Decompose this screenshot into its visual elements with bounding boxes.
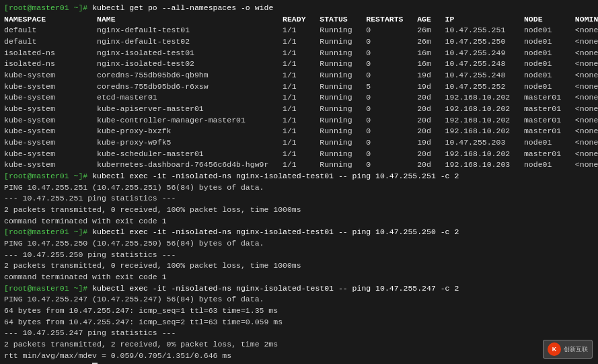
terminal-line: kube-system kube-apiserver-master01 1/1 … — [4, 104, 594, 115]
terminal-line: --- 10.47.255.251 ping statistics --- — [4, 193, 594, 205]
terminal-line: kube-system kube-scheduler-master01 1/1 … — [4, 149, 594, 160]
terminal-line: kube-system kubernetes-dashboard-76456c6… — [4, 159, 594, 171]
terminal-line: kube-system etcd-master01 1/1 Running 0 … — [4, 92, 594, 104]
terminal-content: [root@master01 ~]# kubectl get po --all-… — [4, 3, 594, 364]
terminal-window: [root@master01 ~]# kubectl get po --all-… — [0, 0, 598, 364]
terminal-line: [root@master01 ~]# kubectl exec -it -nis… — [4, 227, 594, 238]
terminal-line: --- 10.47.255.250 ping statistics --- — [4, 250, 594, 261]
terminal-line: PING 10.47.255.250 (10.47.255.250) 56(84… — [4, 238, 594, 250]
terminal-line: default nginx-default-test01 1/1 Running… — [4, 25, 594, 36]
terminal-line: --- 10.47.255.247 ping statistics --- — [4, 328, 594, 339]
terminal-line: 64 bytes from 10.47.255.247: icmp_seq=1 … — [4, 305, 594, 317]
terminal-line: kube-system coredns-755db95bd6-r6xsw 1/1… — [4, 81, 594, 93]
terminal-line: kube-system kube-proxy-w9fk5 1/1 Running… — [4, 137, 594, 149]
terminal-line: PING 10.47.255.247 (10.47.255.247) 56(84… — [4, 294, 594, 305]
terminal-line: default nginx-default-test02 1/1 Running… — [4, 36, 594, 48]
terminal-line: [root@master01 ~]# kubectl exec -it -nis… — [4, 283, 594, 295]
terminal-line: kube-system kube-controller-manager-mast… — [4, 115, 594, 126]
terminal-line: 2 packets transmitted, 2 received, 0% pa… — [4, 339, 594, 351]
terminal-line: kube-system coredns-755db95bd6-qb9hm 1/1… — [4, 70, 594, 81]
watermark: K 创新互联 — [543, 340, 593, 359]
terminal-line: command terminated with exit code 1 — [4, 272, 594, 283]
terminal-line: [root@master01 ~]# kubectl exec -it -nis… — [4, 171, 594, 182]
terminal-line: command terminated with exit code 1 — [4, 216, 594, 227]
watermark-icon: K — [548, 342, 561, 356]
terminal-line: NAMESPACE NAME READY STATUS RESTARTS AGE… — [4, 14, 594, 26]
terminal-line: 2 packets transmitted, 0 received, 100% … — [4, 205, 594, 216]
terminal-line: rtt min/avg/max/mdev = 0.059/0.705/1.351… — [4, 351, 594, 362]
terminal-line: PING 10.47.255.251 (10.47.255.251) 56(84… — [4, 182, 594, 194]
watermark-text: 创新互联 — [564, 345, 588, 354]
terminal-line: [root@master01 ~]# — [4, 362, 594, 365]
terminal-line: [root@master01 ~]# kubectl get po --all-… — [4, 3, 594, 14]
terminal-line: isolated-ns nginx-isolated-test02 1/1 Ru… — [4, 59, 594, 70]
terminal-line: 2 packets transmitted, 0 received, 100% … — [4, 260, 594, 272]
terminal-line: kube-system kube-proxy-bxzfk 1/1 Running… — [4, 126, 594, 137]
terminal-line: 64 bytes from 10.47.255.247: icmp_seq=2 … — [4, 317, 594, 328]
terminal-line: isolated-ns nginx-isolated-test01 1/1 Ru… — [4, 48, 594, 59]
